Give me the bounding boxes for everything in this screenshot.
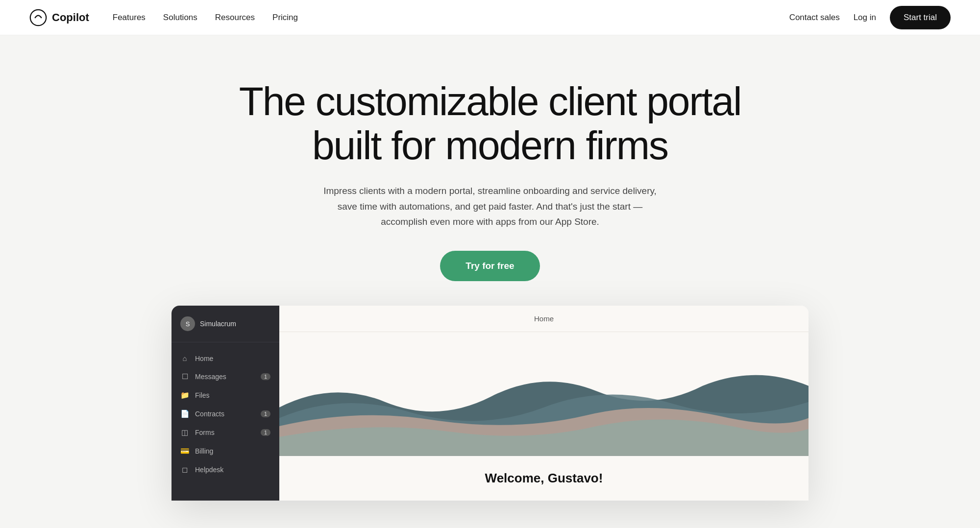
log-in-link[interactable]: Log in xyxy=(854,13,876,23)
nav-features[interactable]: Features xyxy=(113,13,146,22)
sidebar-helpdesk-label: Helpdesk xyxy=(195,466,223,474)
sidebar-home-label: Home xyxy=(195,355,213,362)
try-free-button[interactable]: Try for free xyxy=(440,251,539,281)
welcome-text: Welcome, Gustavo! xyxy=(293,471,795,486)
nav-left: Copilot Features Solutions Resources Pri… xyxy=(29,9,298,26)
sidebar-billing-label: Billing xyxy=(195,447,213,455)
nav-right: Contact sales Log in Start trial xyxy=(789,6,951,29)
hero-headline: The customizable client portal built for… xyxy=(220,79,760,168)
forms-icon: ◫ xyxy=(180,428,189,437)
contracts-icon: 📄 xyxy=(180,409,189,418)
messages-badge: 1 xyxy=(261,373,270,380)
sidebar-contracts-label: Contracts xyxy=(195,410,224,418)
dashboard-sidebar: S Simulacrum ⌂ Home ☐ Messages 1 📁 Files xyxy=(172,306,279,500)
welcome-section: Welcome, Gustavo! xyxy=(279,456,808,501)
nav-solutions[interactable]: Solutions xyxy=(163,13,197,22)
home-icon: ⌂ xyxy=(180,354,189,362)
sidebar-header: S Simulacrum xyxy=(172,306,279,342)
hero-section: The customizable client portal built for… xyxy=(0,35,980,528)
logo-text: Copilot xyxy=(52,11,89,24)
start-trial-button[interactable]: Start trial xyxy=(890,6,951,29)
svg-point-0 xyxy=(30,9,46,25)
sidebar-item-contracts[interactable]: 📄 Contracts 1 xyxy=(172,405,279,423)
sidebar-item-billing[interactable]: 💳 Billing xyxy=(172,442,279,460)
sidebar-item-helpdesk[interactable]: ◻ Helpdesk xyxy=(172,460,279,479)
sidebar-company-name: Simulacrum xyxy=(200,320,236,328)
sidebar-item-home[interactable]: ⌂ Home xyxy=(172,349,279,367)
sidebar-files-label: Files xyxy=(195,391,210,399)
sidebar-navigation: ⌂ Home ☐ Messages 1 📁 Files 📄 Contracts … xyxy=(172,342,279,500)
nav-links: Features Solutions Resources Pricing xyxy=(113,13,298,23)
nav-pricing[interactable]: Pricing xyxy=(272,13,298,22)
dashboard-page-title: Home xyxy=(279,306,808,332)
nav-resources[interactable]: Resources xyxy=(215,13,255,22)
wave-chart xyxy=(279,332,808,456)
contracts-badge: 1 xyxy=(261,410,270,417)
sidebar-forms-label: Forms xyxy=(195,429,215,436)
dashboard-main: Home Welcome, Gustavo! xyxy=(279,306,808,500)
dashboard-preview: S Simulacrum ⌂ Home ☐ Messages 1 📁 Files xyxy=(172,306,808,500)
hero-subtext: Impress clients with a modern portal, st… xyxy=(323,183,657,229)
logo-link[interactable]: Copilot xyxy=(29,9,89,26)
billing-icon: 💳 xyxy=(180,447,189,456)
sidebar-item-forms[interactable]: ◫ Forms 1 xyxy=(172,423,279,442)
navbar: Copilot Features Solutions Resources Pri… xyxy=(0,0,980,35)
forms-badge: 1 xyxy=(261,429,270,436)
files-icon: 📁 xyxy=(180,391,189,400)
wave-svg xyxy=(279,332,808,456)
sidebar-item-files[interactable]: 📁 Files xyxy=(172,386,279,405)
contact-sales-link[interactable]: Contact sales xyxy=(789,13,840,23)
sidebar-avatar: S xyxy=(180,316,195,331)
helpdesk-icon: ◻ xyxy=(180,465,189,474)
sidebar-item-messages[interactable]: ☐ Messages 1 xyxy=(172,367,279,386)
sidebar-messages-label: Messages xyxy=(195,373,226,381)
logo-icon xyxy=(29,9,47,26)
messages-icon: ☐ xyxy=(180,372,189,381)
